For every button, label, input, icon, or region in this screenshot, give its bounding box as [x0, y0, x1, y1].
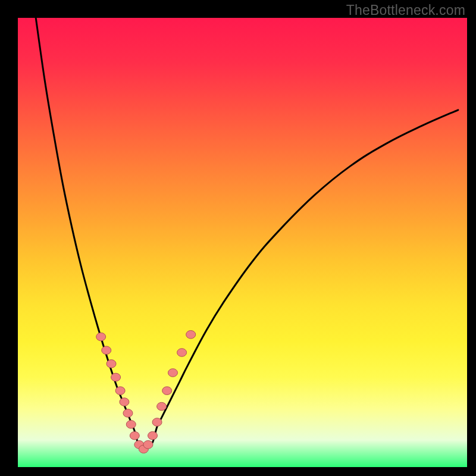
data-marker: [130, 431, 139, 440]
data-marker: [177, 349, 187, 357]
data-marker: [107, 360, 116, 368]
data-marker: [120, 398, 129, 406]
chart-frame: TheBottleneck.com: [0, 0, 476, 476]
curve-svg: [18, 18, 467, 467]
data-marker: [102, 346, 111, 355]
curve-group: [36, 18, 458, 449]
data-marker: [186, 330, 196, 339]
data-marker: [115, 387, 125, 395]
watermark-text: TheBottleneck.com: [346, 2, 465, 18]
data-marker: [111, 373, 121, 381]
data-marker: [123, 409, 133, 418]
data-marker: [168, 369, 177, 377]
plot-area: [18, 18, 467, 467]
data-marker: [148, 431, 158, 440]
data-marker: [162, 387, 172, 395]
bottleneck-curve: [36, 18, 458, 449]
data-marker: [152, 418, 162, 427]
data-marker: [157, 402, 167, 411]
marker-group: [96, 330, 196, 453]
data-marker: [126, 420, 136, 428]
data-marker: [143, 440, 153, 449]
data-marker: [96, 333, 106, 341]
